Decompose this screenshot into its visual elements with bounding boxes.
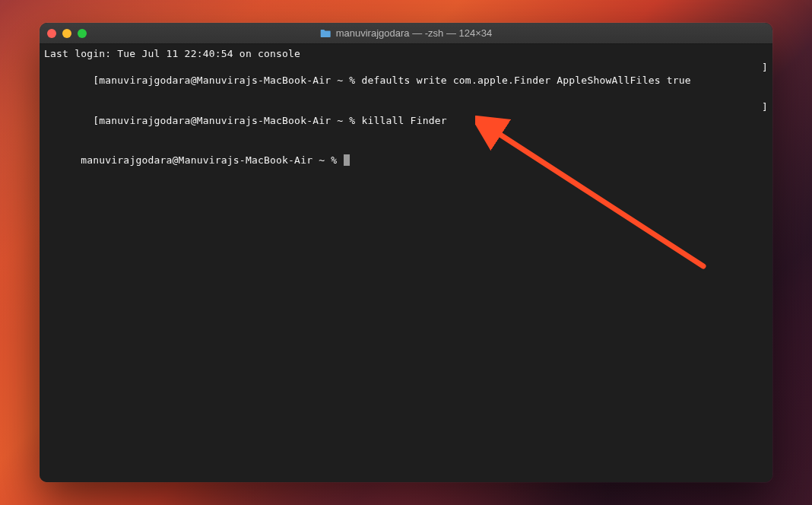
- terminal-line: [manuvirajgodara@Manuvirajs-MacBook-Air …: [44, 61, 768, 101]
- terminal-window: manuvirajgodara — -zsh — 124×34 Last log…: [40, 23, 772, 482]
- close-button[interactable]: [47, 29, 56, 38]
- prompt: manuvirajgodara@Manuvirajs-MacBook-Air ~…: [81, 154, 343, 166]
- window-title-container: manuvirajgodara — -zsh — 124×34: [320, 27, 493, 39]
- prompt: manuvirajgodara@Manuvirajs-MacBook-Air ~…: [99, 75, 361, 86]
- terminal-content[interactable]: Last login: Tue Jul 11 22:40:54 on conso…: [40, 44, 772, 482]
- window-title: manuvirajgodara — -zsh — 124×34: [336, 27, 493, 39]
- last-login-line: Last login: Tue Jul 11 22:40:54 on conso…: [44, 47, 768, 61]
- command-text: defaults write com.apple.Finder AppleSho…: [361, 75, 690, 86]
- traffic-lights: [47, 29, 87, 38]
- zoom-button[interactable]: [78, 29, 87, 38]
- terminal-line: [manuvirajgodara@Manuvirajs-MacBook-Air …: [44, 100, 768, 141]
- prompt: manuvirajgodara@Manuvirajs-MacBook-Air ~…: [99, 115, 361, 126]
- bracket-close: ]: [762, 61, 768, 101]
- current-prompt-line[interactable]: manuvirajgodara@Manuvirajs-MacBook-Air ~…: [44, 141, 768, 181]
- title-bar[interactable]: manuvirajgodara — -zsh — 124×34: [40, 23, 772, 44]
- cursor: [344, 154, 350, 166]
- command-text: killall Finder: [361, 115, 446, 126]
- folder-icon: [320, 29, 331, 38]
- minimize-button[interactable]: [62, 29, 71, 38]
- bracket-close: ]: [762, 100, 768, 141]
